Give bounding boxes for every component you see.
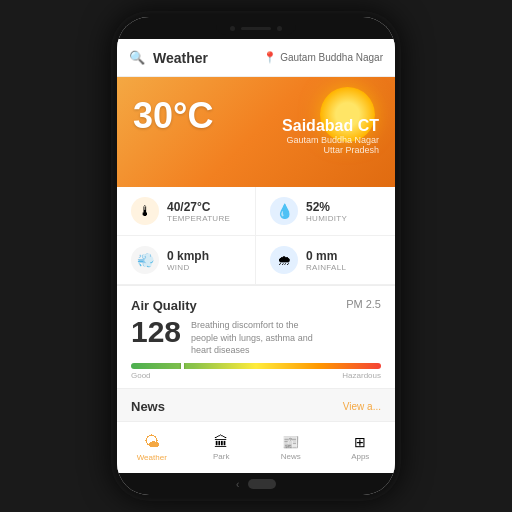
- humidity-label: HUMIDITY: [306, 214, 347, 223]
- aq-description: Breathing discomfort to the people with …: [191, 319, 321, 357]
- nav-item-news[interactable]: 📰 News: [256, 434, 326, 461]
- nav-news-label: News: [281, 452, 301, 461]
- back-indicator[interactable]: ‹: [236, 479, 239, 490]
- aq-title: Air Quality: [131, 298, 197, 313]
- nav-item-park[interactable]: 🏛 Park: [187, 434, 257, 461]
- home-button[interactable]: [248, 479, 276, 489]
- humidity-icon: 💧: [270, 197, 298, 225]
- nav-news-icon: 📰: [282, 434, 299, 450]
- phone-screen: 🔍 Weather 📍 Gautam Buddha Nagar 30°C Sai…: [117, 17, 395, 495]
- rainfall-stat: 🌧 0 mm RAINFALL: [256, 236, 395, 285]
- sensor-dot: [277, 26, 282, 31]
- camera-dot: [230, 26, 235, 31]
- nav-weather-label: Weather: [137, 453, 167, 462]
- nav-apps-icon: ⊞: [354, 434, 366, 450]
- humidity-stat: 💧 52% HUMIDITY: [256, 187, 395, 236]
- pin-icon: 📍: [263, 51, 277, 64]
- nav-park-icon: 🏛: [214, 434, 228, 450]
- home-button-bar: ‹: [117, 473, 395, 495]
- aq-good-label: Good: [131, 371, 151, 380]
- temperature-stat: 🌡 40/27°C TEMPERATURE: [117, 187, 256, 236]
- air-quality-section: Air Quality PM 2.5 128 Breathing discomf…: [117, 286, 395, 389]
- location-text: Gautam Buddha Nagar: [280, 52, 383, 63]
- search-bar[interactable]: 🔍 Weather 📍 Gautam Buddha Nagar: [117, 39, 395, 77]
- speaker-bar: [241, 27, 271, 30]
- wind-icon: 💨: [131, 246, 159, 274]
- rainfall-icon: 🌧: [270, 246, 298, 274]
- aq-bar-indicator: [181, 363, 184, 369]
- rainfall-value: 0 mm: [306, 249, 346, 263]
- nav-apps-label: Apps: [351, 452, 369, 461]
- aq-hazardous-label: Hazardous: [342, 371, 381, 380]
- city-suburb: Gautam Buddha Nagar: [282, 135, 379, 145]
- wind-label: WIND: [167, 263, 209, 272]
- view-all-link[interactable]: View a...: [343, 401, 381, 412]
- nav-item-apps[interactable]: ⊞ Apps: [326, 434, 396, 461]
- news-header: News View a...: [131, 399, 381, 414]
- news-title: News: [131, 399, 165, 414]
- aq-pm-label: PM 2.5: [346, 298, 381, 310]
- aq-value: 128: [131, 317, 181, 347]
- city-state: Uttar Pradesh: [282, 145, 379, 155]
- temperature-value: 40/27°C: [167, 200, 230, 214]
- stats-grid: 🌡 40/27°C TEMPERATURE 💧 52% HUMIDITY 💨: [117, 187, 395, 286]
- weather-hero: 30°C Saidabad CT Gautam Buddha Nagar Utt…: [117, 77, 395, 187]
- content-scroll[interactable]: 30°C Saidabad CT Gautam Buddha Nagar Utt…: [117, 77, 395, 421]
- temperature-icon: 🌡: [131, 197, 159, 225]
- aq-bar: [131, 363, 381, 369]
- nav-weather-icon: 🌤: [144, 433, 160, 451]
- search-label: Weather: [153, 50, 255, 66]
- nav-item-weather[interactable]: 🌤 Weather: [117, 433, 187, 462]
- news-section: News View a... HOT: [117, 389, 395, 421]
- phone-device: 🔍 Weather 📍 Gautam Buddha Nagar 30°C Sai…: [111, 11, 401, 501]
- rainfall-label: RAINFALL: [306, 263, 346, 272]
- nav-park-label: Park: [213, 452, 229, 461]
- search-icon: 🔍: [129, 50, 145, 65]
- wind-stat: 💨 0 kmph WIND: [117, 236, 256, 285]
- city-name: Saidabad CT: [282, 117, 379, 135]
- status-bar: [117, 17, 395, 39]
- wind-value: 0 kmph: [167, 249, 209, 263]
- temperature-label: TEMPERATURE: [167, 214, 230, 223]
- location-display: 📍 Gautam Buddha Nagar: [263, 51, 383, 64]
- aq-bar-labels: Good Hazardous: [131, 371, 381, 380]
- humidity-value: 52%: [306, 200, 347, 214]
- bottom-nav: 🌤 Weather 🏛 Park 📰 News ⊞ Apps: [117, 421, 395, 473]
